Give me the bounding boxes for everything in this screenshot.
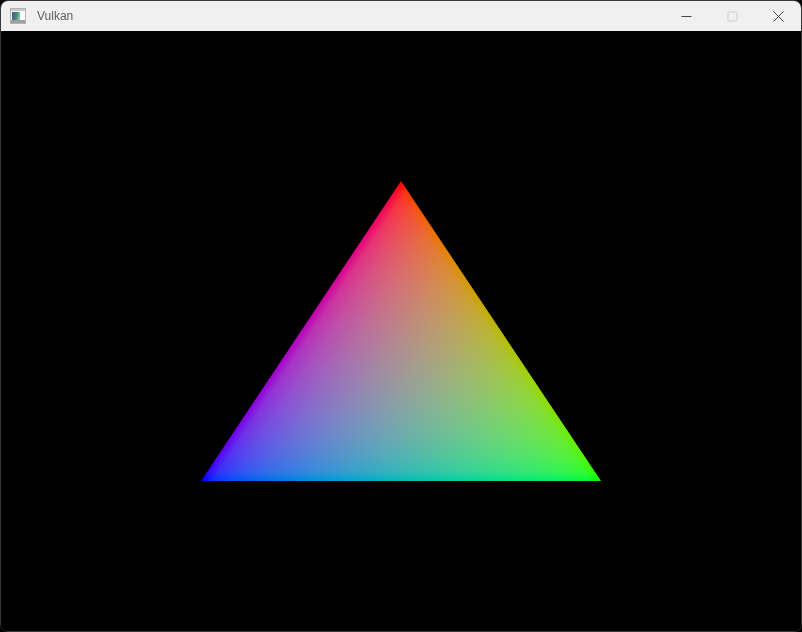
window-title: Vulkan [37,9,73,23]
app-icon [10,8,26,24]
app-icon-picture [12,12,20,20]
render-viewport [1,31,801,631]
close-x-icon [773,11,784,22]
caption-buttons [663,1,801,31]
gradient-triangle [1,31,801,631]
close-button[interactable] [755,1,801,31]
app-icon-topbar [11,9,25,11]
titlebar[interactable]: Vulkan [1,1,801,31]
minimize-button[interactable] [663,1,709,31]
minimize-dash-icon [681,11,692,22]
maximize-square-icon [727,11,738,22]
maximize-button[interactable] [709,1,755,31]
vulkan-app-window: Vulkan [0,0,802,632]
app-icon-bottombar [11,20,25,23]
